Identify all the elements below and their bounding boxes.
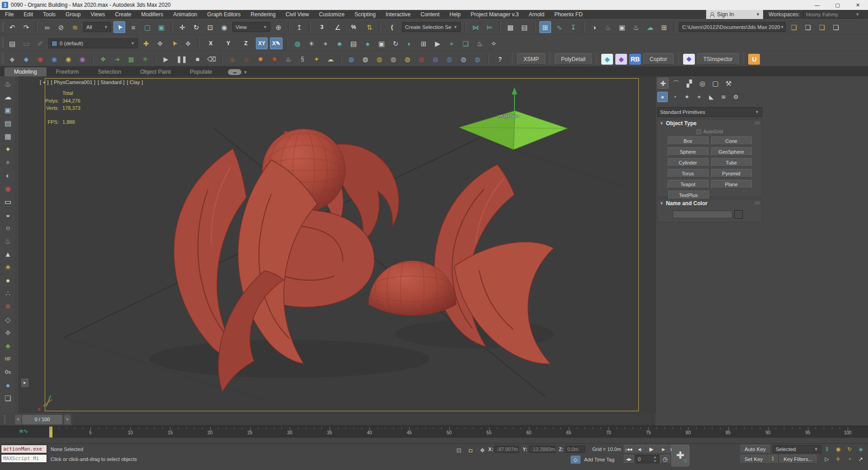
xy-constraint-button[interactable]: XY <box>256 38 268 49</box>
checker-button[interactable]: ▦ <box>125 54 137 65</box>
next-frame-slider-button[interactable]: > <box>64 415 71 424</box>
menu-graph-editors[interactable]: Graph Editors <box>202 10 245 19</box>
menu-civil-view[interactable]: Civil View <box>281 10 314 19</box>
window-crossing-toggle-button[interactable]: ▣ <box>156 21 167 33</box>
autogrid-checkbox[interactable] <box>696 129 701 134</box>
x-coordinate-field[interactable]: -87.907m <box>495 446 519 453</box>
pyramid-primitive-button[interactable]: Pyramid <box>711 169 752 178</box>
ribbon-tab-modeling[interactable]: Modeling <box>5 67 47 76</box>
container-preset-button[interactable]: ◍ <box>429 54 441 65</box>
open-explorer-button[interactable]: ⊞ <box>539 21 551 33</box>
dolly-camera-button[interactable]: ⇕ <box>821 445 832 454</box>
torus-primitive-button[interactable]: Torus <box>668 169 708 178</box>
panel-tab-motion[interactable]: ◎ <box>697 78 708 89</box>
tube-primitive-button[interactable]: Tube <box>711 158 752 167</box>
rock-tool-button[interactable]: ❖ <box>2 327 14 339</box>
frame-button[interactable]: ❏ <box>460 38 472 49</box>
viewport-menu-style[interactable]: [ Standard ] <box>98 80 124 85</box>
whirlpool-preset-button[interactable]: ◍ <box>443 54 455 65</box>
flame-preset-button[interactable]: ♨ <box>241 54 252 65</box>
bind-to-space-warp-button[interactable]: ≋ <box>69 21 81 33</box>
set-key-button[interactable]: Set Key <box>741 455 767 464</box>
y-coordinate-field[interactable]: -13.2883m <box>529 446 555 453</box>
reference-coordinate-system-dropdown[interactable]: View▼ <box>232 22 270 32</box>
sphere-fade-button[interactable]: ● <box>2 274 14 287</box>
proxy-array-button[interactable]: ∴ <box>2 287 14 300</box>
menu-project-manager[interactable]: Project Manager v.3 <box>466 10 524 19</box>
burst-button[interactable]: ✳ <box>139 54 151 65</box>
menu-scripting[interactable]: Scripting <box>349 10 381 19</box>
object-type-header[interactable]: ▼ Object Type ⠿⠿ <box>657 119 762 127</box>
viewport-menu-general[interactable]: [ + ] <box>40 80 49 85</box>
key-mode-dropdown[interactable]: Selected ▼ <box>773 445 821 453</box>
drag-handle-icon[interactable]: ⠿⠿ <box>755 201 760 206</box>
x-constraint-button[interactable]: X <box>203 38 218 49</box>
ribbon-minimize-button[interactable]: ▬ <box>228 69 241 75</box>
lamp-button[interactable]: ✧ <box>488 38 500 49</box>
menu-phoenix-fd[interactable]: Phoenix FD <box>549 10 588 19</box>
isolate-selection-icon[interactable]: ⊡ <box>454 446 464 455</box>
maximize-icon[interactable]: ▢ <box>827 0 848 10</box>
go-to-start-button[interactable]: |◀◀ <box>624 445 634 454</box>
camera-tool-button[interactable]: ⌖ <box>2 156 14 169</box>
key-steps-icon[interactable]: ⁑ <box>768 455 778 464</box>
menu-group[interactable]: Group <box>61 10 85 19</box>
menu-tools[interactable]: Tools <box>38 10 61 19</box>
curve-editor-button[interactable]: ∿ <box>553 21 565 33</box>
create-cameras-button[interactable]: ⌖ <box>694 92 704 102</box>
menu-create[interactable]: Create <box>110 10 136 19</box>
layer-explorer-button[interactable]: ▤ <box>6 38 18 49</box>
stereo-camera-button[interactable]: ◉ <box>2 183 14 195</box>
create-space-warps-button[interactable]: ≋ <box>718 92 729 102</box>
play-animation-button[interactable]: ▶ <box>646 445 657 454</box>
add-selection-to-layer-button[interactable]: ❖ <box>154 38 166 49</box>
zoom-extents-all-button[interactable]: ◈ <box>855 445 866 454</box>
align-button[interactable]: ⊨ <box>484 21 495 33</box>
phoenix-help-button[interactable]: ? <box>492 54 508 65</box>
sphere-light-button[interactable]: ○ <box>2 222 14 235</box>
maxscript-mini-listener-pink[interactable]: actionMan.exe <box>1 445 47 453</box>
teapot-render-button[interactable]: ♨ <box>474 38 486 49</box>
menu-animation[interactable]: Animation <box>168 10 202 19</box>
angle-snap-toggle-button[interactable]: ∠ <box>332 21 344 33</box>
select-and-scale-button[interactable]: ⊡ <box>204 21 216 33</box>
coffee-preset-button[interactable]: ◍ <box>387 54 399 65</box>
node-tree-button[interactable]: ❖ <box>97 54 109 65</box>
box-primitive-button[interactable]: Box <box>668 136 708 145</box>
previous-frame-button[interactable]: ◀| <box>635 445 645 454</box>
create-helpers-button[interactable]: ◣ <box>706 92 717 102</box>
plane-gizmo-button[interactable]: ◇ <box>2 314 14 326</box>
sphere-primitive-button[interactable]: Sphere <box>668 147 708 156</box>
named-selection-sets-dropdown[interactable]: Create Selection Se▼ <box>402 22 461 32</box>
active-layer-dropdown[interactable]: 0 (default)▼ <box>48 38 138 48</box>
select-and-link-button[interactable]: ∞ <box>41 21 53 33</box>
project-folder-dropdown[interactable]: C:\Users\20122\Documents\3ds Max 2020▼ <box>679 22 786 32</box>
render-production-button[interactable]: ♨ <box>630 21 642 33</box>
time-slider-track[interactable] <box>72 414 655 425</box>
viewport-layout-button[interactable]: ⊞ <box>418 38 429 49</box>
spinner-snap-toggle-button[interactable]: ⇅ <box>363 21 375 33</box>
clipboard-tool-button[interactable]: ❏ <box>2 392 14 405</box>
copitor-button[interactable]: Copitor <box>643 53 674 65</box>
scene-script-save-button[interactable]: ❏ <box>802 21 814 33</box>
light-lister-button[interactable]: ▤ <box>2 117 14 130</box>
purple-plugin-badge[interactable]: ◆ <box>615 54 627 65</box>
cone-primitive-button[interactable]: Cone <box>711 136 752 145</box>
select-and-place-button[interactable]: ◉ <box>218 21 230 33</box>
unlink-selection-button[interactable]: ⊘ <box>55 21 67 33</box>
dope-sheet-button[interactable]: ↧ <box>567 21 579 33</box>
candle-flame-button[interactable]: ✦ <box>311 54 322 65</box>
beer-preset-button[interactable]: ◍ <box>373 54 385 65</box>
bitmap-button[interactable]: ▣ <box>376 38 387 49</box>
set-current-layer-button[interactable]: ❖ <box>182 38 194 49</box>
panel-tab-create[interactable]: ✚ <box>657 78 669 89</box>
mini-curve-editor-icon[interactable]: ≋∿ <box>19 428 28 434</box>
playblast-button[interactable]: ▶ <box>432 38 443 49</box>
field-of-view-button[interactable]: ◉ <box>833 445 844 454</box>
teapot-primitive-button[interactable]: Teapot <box>668 180 708 188</box>
edit-named-selection-sets-button[interactable]: { <box>384 21 400 33</box>
drag-handle-icon[interactable]: ⠿⠿ <box>755 121 760 126</box>
scene-script-edit-button[interactable]: ❏ <box>830 21 842 33</box>
percent-snap-toggle-button[interactable]: % <box>346 21 361 33</box>
splash-preset-button[interactable]: ◍ <box>415 54 427 65</box>
